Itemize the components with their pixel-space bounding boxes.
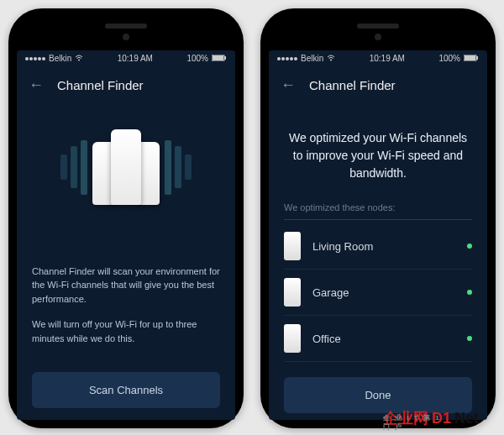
svg-rect-3	[224, 56, 226, 60]
node-label: Garage	[312, 286, 455, 299]
screen-left: Belkin 10:19 AM 100% ← Channel Finder	[17, 50, 235, 420]
watermark-part3: Net	[454, 410, 479, 427]
status-right: 100%	[438, 54, 479, 63]
svg-point-0	[78, 60, 80, 61]
optimization-summary: We optimized your Wi-Fi channels to impr…	[284, 104, 472, 202]
carrier-label: Belkin	[49, 54, 71, 63]
status-bar: Belkin 10:19 AM 100%	[17, 50, 235, 66]
node-label: Living Room	[312, 240, 455, 253]
node-icon	[284, 278, 301, 307]
content-area: We optimized your Wi-Fi channels to impr…	[269, 104, 487, 420]
header: ← Channel Finder	[17, 66, 235, 104]
svg-rect-7	[476, 56, 478, 60]
node-icon	[284, 232, 301, 260]
wifi-icon	[75, 54, 83, 63]
time-label: 10:19 AM	[370, 54, 405, 63]
page-title: Channel Finder	[57, 78, 144, 92]
header: ← Channel Finder	[269, 66, 487, 104]
svg-point-4	[330, 60, 332, 61]
battery-icon	[212, 54, 227, 63]
status-right: 100%	[186, 54, 227, 63]
status-left: Belkin	[25, 54, 83, 63]
description-2: We will turn off your Wi-Fi for up to th…	[32, 317, 220, 345]
mesh-nodes-icon	[92, 129, 160, 205]
scan-channels-button[interactable]: Scan Channels	[32, 372, 220, 408]
node-row[interactable]: Garage	[284, 270, 472, 316]
watermark: 企业网 D1 Net 企 业 I T 第 1 门 户	[383, 408, 479, 428]
phone-left: Belkin 10:19 AM 100% ← Channel Finder	[8, 8, 244, 428]
battery-label: 100%	[438, 54, 460, 63]
status-bar: Belkin 10:19 AM 100%	[269, 50, 487, 66]
signal-icon	[25, 57, 45, 60]
status-ok-icon	[467, 290, 472, 295]
back-arrow-icon[interactable]: ←	[29, 76, 44, 94]
watermark-sub: 企 业 I T 第 1 门 户	[383, 413, 445, 432]
status-ok-icon	[467, 336, 472, 341]
signal-bars-right-icon	[165, 140, 192, 195]
node-label: Office	[312, 333, 455, 345]
description-1: Channel Finder will scan your environmen…	[32, 265, 220, 307]
node-row[interactable]: Office	[284, 316, 472, 362]
status-left: Belkin	[277, 54, 335, 63]
node-row[interactable]: Living Room	[284, 223, 472, 270]
screen-right: Belkin 10:19 AM 100% ← Channel Finder We…	[269, 50, 487, 420]
signal-bars-left-icon	[60, 140, 87, 195]
battery-label: 100%	[186, 54, 208, 63]
wifi-icon	[327, 54, 335, 63]
svg-rect-2	[213, 55, 223, 60]
status-ok-icon	[467, 244, 472, 249]
signal-icon	[277, 57, 297, 60]
channel-illustration	[32, 104, 220, 238]
page-title: Channel Finder	[309, 78, 396, 92]
phone-right: Belkin 10:19 AM 100% ← Channel Finder We…	[260, 8, 496, 428]
svg-rect-6	[465, 55, 475, 60]
time-label: 10:19 AM	[118, 54, 153, 63]
back-arrow-icon[interactable]: ←	[281, 76, 296, 94]
nodes-section-label: We optimized these nodes:	[284, 202, 472, 220]
node-icon	[284, 324, 301, 353]
battery-icon	[464, 54, 479, 63]
content-area: Channel Finder will scan your environmen…	[17, 104, 235, 420]
carrier-label: Belkin	[301, 54, 323, 63]
